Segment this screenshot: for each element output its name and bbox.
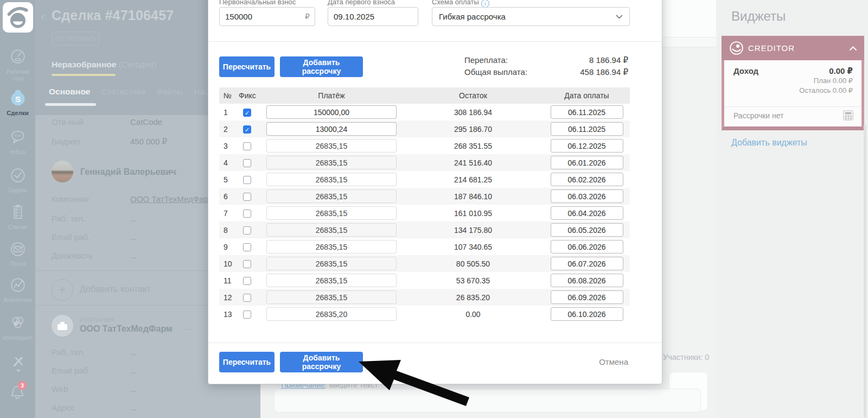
fix-checkbox[interactable] [243, 226, 251, 235]
payment-input[interactable] [266, 223, 397, 237]
payment-input[interactable] [266, 240, 397, 254]
fix-checkbox[interactable] [243, 193, 251, 201]
date-input[interactable] [551, 307, 623, 321]
row-number: 5 [219, 175, 237, 184]
field-value[interactable]: ... [130, 403, 137, 412]
fix-checkbox[interactable] [243, 311, 251, 319]
date-input[interactable] [551, 223, 623, 237]
date-input[interactable] [551, 290, 623, 304]
field-value[interactable]: ... [130, 384, 137, 394]
date-input[interactable] [551, 274, 623, 287]
field-value[interactable]: ... [130, 232, 137, 242]
calculator-icon-button[interactable] [843, 110, 854, 123]
cancel-button[interactable]: Отмена [599, 357, 628, 366]
fix-checkbox[interactable]: ✓ [243, 109, 251, 117]
sidebar-item-lists[interactable]: Списки [0, 203, 35, 230]
company-name[interactable]: ООО ТатТехМедФарм [80, 324, 173, 334]
field-value[interactable]: ... [130, 366, 137, 375]
contact-name[interactable]: Геннадий Валерьевич [80, 167, 176, 177]
column-header: Остаток [403, 91, 544, 100]
row-number: 11 [219, 276, 237, 285]
initial-payment-input[interactable] [219, 7, 315, 26]
date-input[interactable] [551, 240, 623, 254]
field-value[interactable]: CatCode [130, 117, 162, 126]
sidebar-item-tasks[interactable]: Задачи [0, 166, 35, 193]
rest-value: 134 175.80 [403, 226, 544, 235]
note-input-panel[interactable] [274, 389, 701, 413]
tag-button[interactable]: #ТЕГИРОВАТЬ [52, 31, 99, 46]
sidebar-item-settings[interactable] [0, 352, 35, 373]
fix-checkbox[interactable]: ✓ [243, 125, 251, 134]
payment-input[interactable] [266, 257, 397, 270]
recalculate-button-top[interactable]: Пересчитать [219, 56, 275, 77]
add-widgets-link[interactable]: Добавить виджеты [731, 138, 807, 148]
date-input[interactable] [551, 122, 623, 136]
payment-input[interactable] [266, 156, 397, 169]
scrollbar[interactable] [864, 125, 866, 418]
payment-input[interactable] [266, 139, 397, 153]
payment-input[interactable] [266, 290, 397, 304]
sidebar-item-deals[interactable]: S Сделки [0, 88, 35, 116]
sidebar-item-mail[interactable]: Почта [0, 240, 35, 267]
pipeline-stage[interactable]: Неразобранное (Сегодня) [52, 60, 156, 69]
back-button[interactable]: ‹ [41, 10, 44, 24]
tab-statistics[interactable]: Статистика [101, 87, 145, 97]
company-link[interactable]: ООО ТатТехМедФарм [130, 194, 214, 204]
ruble-suffix: ₽ [305, 12, 310, 21]
fix-checkbox[interactable] [243, 260, 251, 268]
company-avatar[interactable] [52, 315, 73, 337]
info-icon[interactable]: i [481, 0, 489, 8]
payment-input[interactable] [266, 307, 397, 321]
fix-checkbox[interactable] [243, 142, 251, 150]
stage-name: Неразобранное [52, 60, 116, 69]
add-contact-button[interactable]: + [52, 279, 73, 301]
sidebar-item-amomarket[interactable]: amoМаркет [0, 313, 35, 341]
creditor-widget-header[interactable]: CREDITOR [722, 36, 864, 60]
payment-input[interactable] [266, 206, 397, 220]
payment-input[interactable] [266, 105, 397, 119]
amocrm-logo[interactable] [3, 2, 33, 33]
sidebar-item-notifications[interactable]: 3 [0, 380, 35, 404]
first-payment-date-input[interactable] [328, 7, 418, 26]
date-input[interactable] [551, 156, 623, 169]
date-input[interactable] [551, 206, 623, 220]
payment-input[interactable] [266, 122, 397, 136]
chevron-up-icon[interactable] [850, 46, 857, 50]
contact-more-button[interactable]: ··· [170, 167, 180, 176]
sidebar-item-imbox[interactable]: imBox [0, 128, 35, 155]
fix-checkbox[interactable] [243, 176, 251, 184]
fix-checkbox[interactable] [243, 277, 251, 285]
company-more-button[interactable]: ··· [183, 324, 193, 333]
field-value[interactable]: ... [130, 251, 137, 260]
recalculate-button-bottom[interactable]: Пересчитать [219, 352, 275, 372]
sidebar-item-label: Аналитика [0, 296, 35, 303]
add-installment-button-bottom[interactable]: Добавить рассрочку [280, 352, 363, 372]
field-value[interactable]: ... [130, 214, 137, 223]
sidebar-item-dashboard[interactable]: Рабочий стол [0, 48, 35, 81]
tab-files[interactable]: Файлы [156, 87, 183, 97]
payment-input[interactable] [266, 189, 397, 203]
fix-checkbox[interactable] [243, 159, 251, 167]
sidebar-item-label: Рабочий стол [0, 68, 35, 81]
date-input[interactable] [551, 105, 623, 119]
tab-main[interactable]: Основное [49, 87, 91, 97]
contact-avatar[interactable] [52, 161, 73, 182]
date-input[interactable] [551, 257, 623, 270]
sidebar-item-analytics[interactable]: Аналитика [0, 276, 35, 303]
row-number: 6 [219, 192, 237, 201]
payment-input[interactable] [266, 274, 397, 287]
add-installment-button-top[interactable]: Добавить рассрочку [280, 56, 363, 77]
fix-checkbox[interactable] [243, 294, 251, 302]
date-input[interactable] [551, 173, 623, 186]
date-input[interactable] [551, 139, 623, 153]
fix-checkbox[interactable] [243, 210, 251, 218]
date-input[interactable] [551, 189, 623, 203]
field-value[interactable]: 450 000 ₽ [130, 137, 167, 147]
add-contact-label[interactable]: Добавить контакт [80, 284, 151, 294]
field-value[interactable]: ... [130, 347, 137, 357]
payment-scheme-select[interactable]: Гибкая рассрочка [432, 7, 630, 26]
selected-scheme: Гибкая рассрочка [439, 12, 506, 21]
table-row: 7161 010.95 [219, 205, 630, 221]
fix-checkbox[interactable] [243, 243, 251, 251]
payment-input[interactable] [266, 173, 397, 186]
